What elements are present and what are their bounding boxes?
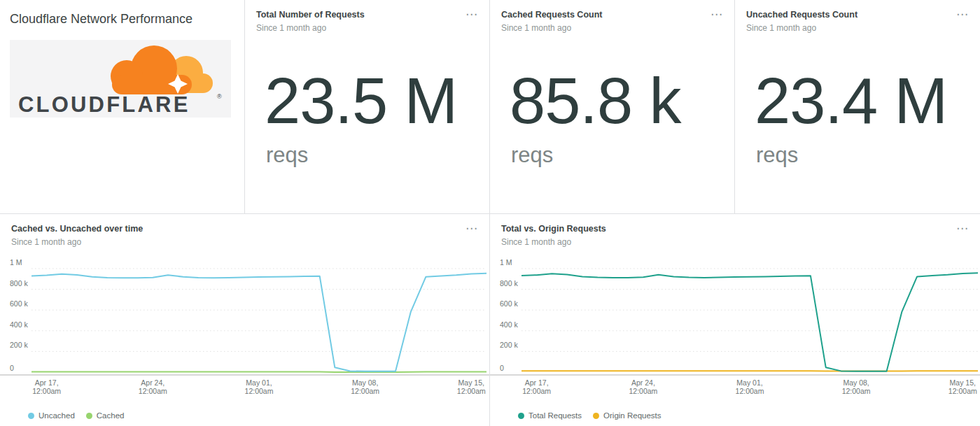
x-tick-label: May 01, (736, 378, 762, 387)
cloudflare-wordmark: CLOUDFLARE (18, 92, 190, 117)
y-tick-label: 0 (10, 364, 14, 372)
billboard-value: 23.5 M (265, 69, 457, 133)
legend-series-dot (593, 413, 599, 419)
billboard-value: 85.8 k (510, 69, 681, 133)
chart-legend: UncachedCached (28, 411, 124, 420)
y-tick-label: 400 k (10, 320, 28, 329)
y-tick-label: 800 k (10, 279, 28, 287)
y-tick-label: 1 M (500, 259, 512, 267)
legend-item[interactable]: Uncached (28, 411, 75, 420)
card-subtitle: Since 1 month ago (746, 23, 952, 33)
x-tick-label: 12:00am (245, 387, 274, 395)
billboard-unit: reqs (511, 143, 553, 168)
overflow-menu-icon[interactable]: ⋯ (953, 6, 972, 23)
legend-series-label: Cached (97, 411, 125, 420)
legend-series-label: Total Requests (528, 411, 582, 420)
card-title: Total Number of Requests (256, 10, 461, 21)
dashboard: Cloudflare Network Performance CLOUDFLAR… (0, 0, 980, 426)
y-tick-label: 200 k (500, 341, 518, 349)
chart-subtitle: Since 1 month ago (11, 237, 461, 247)
chart-card-cached-vs-uncached: Cached vs. Uncached over time Since 1 mo… (0, 213, 489, 426)
y-tick-label: 1 M (10, 259, 22, 267)
y-tick-label: 200 k (10, 341, 28, 349)
x-tick-label: May 01, (246, 378, 272, 387)
x-tick-label: May 15, (950, 378, 976, 387)
legend-item[interactable]: Total Requests (518, 411, 582, 420)
x-tick-label: 12:00am (842, 387, 871, 395)
legend-series-label: Origin Requests (603, 411, 661, 420)
chart-subtitle: Since 1 month ago (501, 237, 952, 247)
cloudflare-logo-image: CLOUDFLARE ® (10, 40, 231, 118)
overflow-menu-icon[interactable]: ⋯ (463, 220, 481, 237)
line-chart-plot[interactable]: 1 M800 k600 k400 k200 k0Apr 17,12:00amAp… (490, 259, 980, 399)
cloudflare-cloud-icon (111, 45, 213, 94)
card-title: Cached Requests Count (501, 10, 706, 21)
series-line (522, 273, 978, 371)
legend-item[interactable]: Cached (86, 411, 125, 420)
billboard-unit: reqs (266, 143, 308, 168)
legend-item[interactable]: Origin Requests (593, 411, 661, 420)
dashboard-header-card: Cloudflare Network Performance CLOUDFLAR… (0, 0, 244, 213)
registered-trademark-symbol: ® (217, 93, 222, 100)
y-tick-label: 600 k (10, 299, 28, 308)
billboard-card-total-requests: Total Number of Requests Since 1 month a… (244, 0, 489, 213)
card-subtitle: Since 1 month ago (256, 23, 461, 33)
x-tick-label: 12:00am (522, 387, 551, 395)
x-tick-label: May 08, (843, 378, 869, 387)
series-line (31, 274, 486, 371)
x-tick-label: 12:00am (736, 387, 764, 395)
overflow-menu-icon[interactable]: ⋯ (953, 220, 972, 237)
legend-series-dot (518, 413, 524, 419)
x-tick-label: Apr 17, (35, 378, 59, 387)
card-title: Uncached Requests Count (746, 10, 952, 21)
y-tick-label: 0 (500, 364, 504, 372)
billboard-value: 23.4 M (755, 69, 947, 133)
chart-title: Total vs. Origin Requests (501, 224, 952, 235)
x-tick-label: May 08, (352, 378, 378, 387)
billboard-card-uncached-requests: Uncached Requests Count Since 1 month ag… (734, 0, 980, 213)
y-tick-label: 800 k (500, 279, 518, 287)
x-tick-label: Apr 24, (631, 378, 655, 387)
page-title: Cloudflare Network Performance (0, 0, 244, 27)
x-tick-label: 12:00am (948, 387, 977, 395)
legend-series-dot (86, 413, 92, 419)
y-tick-label: 600 k (500, 299, 518, 308)
legend-series-dot (28, 413, 34, 419)
x-tick-label: 12:00am (351, 387, 379, 395)
chart-title: Cached vs. Uncached over time (11, 224, 461, 235)
x-tick-label: Apr 24, (141, 378, 164, 387)
y-tick-label: 400 k (500, 320, 518, 329)
line-chart-plot[interactable]: 1 M800 k600 k400 k200 k0Apr 17,12:00amAp… (0, 259, 489, 399)
billboard-card-cached-requests: Cached Requests Count Since 1 month ago … (489, 0, 734, 213)
card-subtitle: Since 1 month ago (501, 23, 706, 33)
overflow-menu-icon[interactable]: ⋯ (708, 6, 726, 23)
chart-legend: Total RequestsOrigin Requests (518, 411, 662, 420)
x-tick-label: Apr 17, (525, 378, 549, 387)
x-tick-label: 12:00am (32, 387, 61, 395)
x-tick-label: 12:00am (139, 387, 167, 395)
billboard-unit: reqs (756, 143, 798, 168)
overflow-menu-icon[interactable]: ⋯ (463, 6, 481, 23)
x-tick-label: 12:00am (457, 387, 486, 395)
cloudflare-logo: CLOUDFLARE ® (10, 40, 231, 118)
x-tick-label: May 15, (458, 378, 484, 387)
chart-card-total-vs-origin: Total vs. Origin Requests Since 1 month … (489, 213, 980, 426)
x-tick-label: 12:00am (629, 387, 657, 395)
legend-series-label: Uncached (38, 411, 75, 420)
